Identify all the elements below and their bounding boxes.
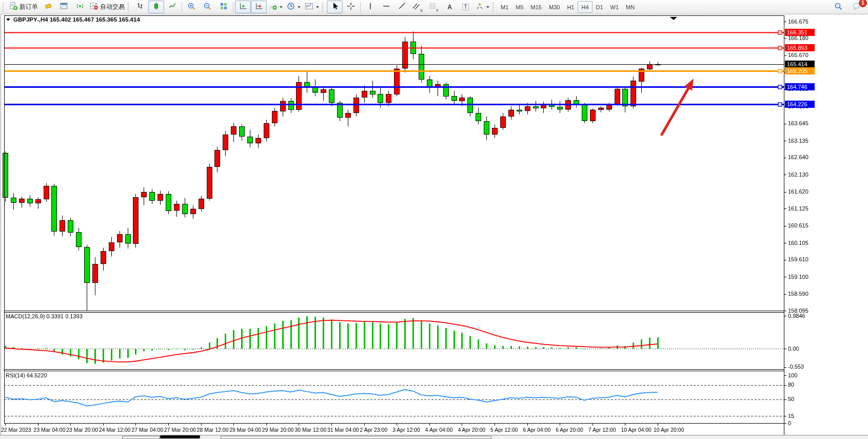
toolbar-separator <box>233 2 233 12</box>
text-tool-icon: A <box>447 4 452 10</box>
candlestick-chart-icon <box>152 2 160 12</box>
crosshair-tool-button[interactable] <box>343 1 359 13</box>
status-segment <box>122 436 160 439</box>
price-chart-canvas[interactable] <box>0 0 868 439</box>
timeframe-m5-button[interactable]: M5 <box>512 1 527 13</box>
trendline-tool-button[interactable] <box>394 1 410 13</box>
search-button[interactable] <box>831 1 846 13</box>
text-label-icon: T <box>462 4 468 10</box>
timeframe-h1-button[interactable]: H1 <box>563 1 578 13</box>
fibonacci-suffix-glyph: F <box>437 8 439 13</box>
clock-icon <box>287 2 295 12</box>
auto-scroll-icon <box>239 2 247 12</box>
trendline-icon <box>398 2 406 12</box>
search-icon <box>834 2 843 12</box>
notification-badge: 1 <box>859 0 867 7</box>
timeframe-h4-button[interactable]: H4 <box>578 1 592 13</box>
gold-bar-icon <box>44 2 52 12</box>
fibonacci-icon <box>429 2 436 12</box>
tile-windows-button[interactable] <box>215 1 231 13</box>
new-order-icon <box>9 2 18 12</box>
zoom-out-icon <box>203 2 212 12</box>
vertical-line-icon <box>367 2 373 12</box>
chevron-down-icon <box>486 6 489 8</box>
status-segment-dark <box>160 435 200 438</box>
new-order-button[interactable]: 新订单 <box>7 1 40 13</box>
channel-icon <box>412 2 420 12</box>
auto-trading-label: 自动交易 <box>100 3 125 11</box>
auto-trading-button[interactable]: 自动交易 <box>88 1 127 13</box>
auto-scroll-button[interactable] <box>235 1 251 13</box>
channel-suffix-glyph: E <box>420 8 423 13</box>
toolbar-separator <box>360 2 361 12</box>
cursor-tool-button[interactable] <box>327 1 343 13</box>
bar-chart-icon <box>136 2 144 12</box>
zoom-in-icon <box>187 2 196 12</box>
toolbar-grip <box>492 3 496 12</box>
bottom-status-strip <box>0 435 868 439</box>
text-tool-button[interactable]: A <box>442 1 458 13</box>
crosshair-icon <box>347 2 355 12</box>
status-segment <box>221 436 491 439</box>
chevron-down-icon <box>316 6 319 8</box>
cursor-icon <box>331 2 339 12</box>
auto-trading-icon <box>90 2 98 12</box>
arrows-shapes-icon <box>476 2 484 12</box>
timeframe-d1-button[interactable]: D1 <box>593 1 607 13</box>
toolbar-grip <box>322 3 326 12</box>
chart-shift-button[interactable] <box>251 1 267 13</box>
horizontal-line-tool-button[interactable] <box>378 1 394 13</box>
templates-button[interactable] <box>303 1 321 13</box>
timeframe-m30-button[interactable]: M30 <box>545 1 563 13</box>
timeframe-m1-button[interactable]: M1 <box>497 1 512 13</box>
new-order-label: 新订单 <box>19 3 38 11</box>
horizontal-line-icon <box>382 2 390 12</box>
cloud-window-icon <box>60 2 68 12</box>
equidistant-channel-tool-button[interactable]: E <box>410 1 426 13</box>
add-indicator-icon <box>269 2 277 12</box>
tile-windows-icon <box>220 2 228 12</box>
chevron-down-icon <box>280 6 283 8</box>
notifications-button[interactable]: 1 <box>849 1 864 13</box>
line-chart-type-button[interactable] <box>164 1 180 13</box>
template-icon <box>305 2 313 12</box>
main-toolbar: 新订单 自动交易 <box>0 0 868 14</box>
signals-button[interactable] <box>72 1 88 13</box>
chevron-down-icon <box>298 6 301 8</box>
bar-chart-type-button[interactable] <box>132 1 148 13</box>
toolbar-grip <box>3 3 6 12</box>
indicators-button[interactable] <box>267 1 285 13</box>
gold-chart-button[interactable] <box>40 1 56 13</box>
periods-button[interactable] <box>285 1 303 13</box>
candlestick-chart-type-button[interactable] <box>148 1 164 13</box>
fibonacci-tool-button[interactable]: F <box>426 1 442 13</box>
chart-shift-icon <box>255 2 263 12</box>
signal-waves-icon <box>76 2 84 12</box>
arrows-tool-button[interactable] <box>474 1 491 13</box>
zoom-in-button[interactable] <box>184 1 200 13</box>
line-chart-icon <box>168 2 176 12</box>
toolbar-separator <box>182 2 182 12</box>
timeframe-m15-button[interactable]: M15 <box>527 1 545 13</box>
text-label-tool-button[interactable]: T <box>458 1 474 13</box>
timeframe-w1-button[interactable]: W1 <box>607 1 623 13</box>
timeframe-mn-button[interactable]: MN <box>622 1 638 13</box>
toolbar-grip <box>128 3 131 12</box>
vertical-line-tool-button[interactable] <box>362 1 378 13</box>
zoom-out-button[interactable] <box>200 1 215 13</box>
market-watch-button[interactable] <box>56 1 72 13</box>
